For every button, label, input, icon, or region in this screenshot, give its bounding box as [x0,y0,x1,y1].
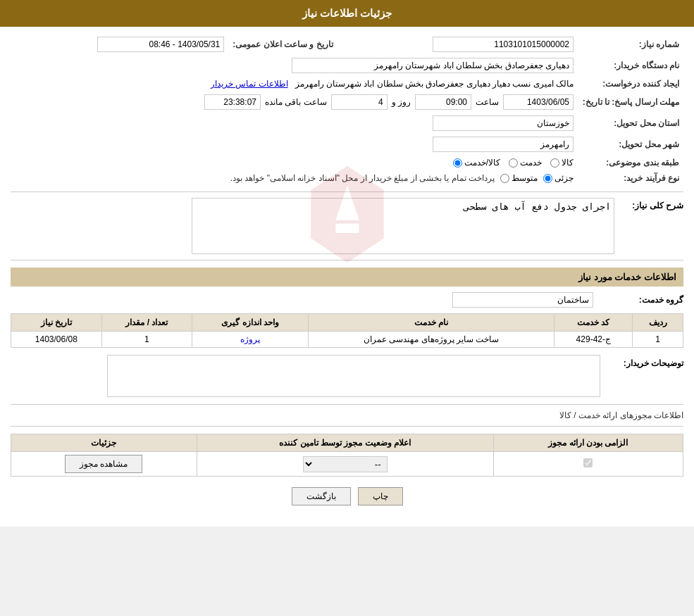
license-section-title: اطلاعات مجوزهای ارائه خدمت / کالا [11,410,683,420]
category-options: کالا خدمت کالا/خدمت [11,155,578,170]
purchase-jozii-radio[interactable] [543,174,552,183]
table-row: 1 ج-42-429 ساخت سایر پروژه‌های مهندسی عم… [11,332,683,348]
category-kala-radio[interactable] [550,158,559,168]
city-label: شهر محل تحویل: [578,134,683,155]
buyer-notes-section: توضیحات خریدار: [11,355,683,397]
contact-link[interactable]: اطلاعات تماس خریدار [211,79,288,89]
deadline-row: 1403/06/05 ساعت 09:00 روز و 4 ساعت باقی … [11,92,578,113]
deadline-time-field: 09:00 [415,94,471,110]
date-value: 1403/05/31 - 08:46 [11,34,228,55]
buyer-notes-label: توضیحات خریدار: [606,355,683,368]
divider-1 [11,191,683,192]
city-field: رامهرمز [433,137,574,152]
creator-text: مالک امیری نسب دهیار دهیاری جعفرصادق بخش… [295,79,574,89]
col-header-date: تاریخ نیاز [11,314,102,332]
purchase-jozii-label: جزئی [554,173,574,183]
deadline-remaining-field: 23:38:07 [204,94,261,110]
bottom-buttons: چاپ بازگشت [11,487,683,505]
col-header-unit: واحد اندازه گیری [192,314,309,332]
category-option-kala-khedmat[interactable]: کالا/خدمت [453,158,500,168]
print-button[interactable]: چاپ [358,487,403,505]
buyer-org-value: دهیاری جعفرصادق بخش سلطان اباد شهرستان ر… [11,55,578,76]
license-col-required: الزامی بودن ارائه مجوز [493,434,683,452]
deadline-date-field: 1403/06/05 [503,94,574,110]
buyer-org-field: دهیاری جعفرصادق بخش سلطان اباد شهرستان ر… [292,58,574,73]
city-value: رامهرمز [11,134,578,155]
view-license-button[interactable]: مشاهده مجوز [65,455,142,473]
creator-value: مالک امیری نسب دهیار دهیاری جعفرصادق بخش… [11,76,578,92]
need-number-field: 1103101015000002 [433,37,574,52]
province-label: استان محل تحویل: [578,113,683,134]
need-number-value: 1103101015000002 [337,34,578,55]
col-header-quantity: تعداد / مقدار [101,314,192,332]
divider-4 [11,426,683,427]
purchase-type-jozii[interactable]: جزئی [543,173,574,183]
general-desc-section: شرح کلی نیاز: اجرای جدول دفع آب های سطحی [11,198,683,254]
purchase-motavasset-label: متوسط [512,173,538,183]
page-wrapper: جزئیات اطلاعات نیاز شماره نیاز: 11031010… [0,0,694,527]
license-col-status: اعلام وضعیت مجوز توسط تامین کننده [197,434,493,452]
need-number-label: شماره نیاز: [578,34,683,55]
date-label: تاریخ و ساعت اعلان عمومی: [228,34,337,55]
divider-2 [11,260,683,260]
col-header-name: نام خدمت [308,314,554,332]
category-kala-label: کالا [562,158,574,168]
license-status-dropdown[interactable]: -- [303,456,388,472]
row-date: 1403/06/08 [11,332,102,348]
row-code: ج-42-429 [554,332,633,348]
row-quantity: 1 [101,332,192,348]
general-desc-label: شرح کلی نیاز: [620,198,683,210]
row-unit: پروژه [192,332,309,348]
services-table: ردیف کد خدمت نام خدمت واحد اندازه گیری ت… [11,313,683,348]
deadline-days-field: 4 [331,94,388,110]
row-number: 1 [633,332,683,348]
category-option-khedmat[interactable]: خدمت [509,158,542,168]
service-group-field: ساختمان [452,292,593,308]
deadline-remaining-label: ساعت باقی مانده [265,97,327,107]
category-khedmat-label: خدمت [520,158,542,168]
purchase-type-motavasset[interactable]: متوسط [500,173,538,183]
back-button[interactable]: بازگشت [292,487,351,505]
page-title: جزئیات اطلاعات نیاز [0,0,694,27]
license-col-details: جزئیات [11,434,197,452]
content-area: شماره نیاز: 1103101015000002 تاریخ و ساع… [0,27,694,513]
license-table-row: -- مشاهده مجوز [11,452,683,477]
purchase-type-label: نوع فرآیند خرید: [578,170,683,186]
deadline-days-label: روز و [392,97,411,107]
license-details-cell[interactable]: مشاهده مجوز [11,452,197,477]
deadline-time-label: ساعت [476,97,499,107]
general-desc-textarea[interactable]: اجرای جدول دفع آب های سطحی [192,198,614,254]
license-table: الزامی بودن ارائه مجوز اعلام وضعیت مجوز … [11,434,683,477]
deadline-label: مهلت ارسال پاسخ: تا تاریخ: [578,92,683,113]
category-khedmat-radio[interactable] [509,158,518,168]
category-kala-khedmat-label: کالا/خدمت [464,158,500,168]
buyer-notes-textarea[interactable] [107,355,600,397]
purchase-type-row: جزئی متوسط پرداخت تمام یا بخشی از مبلغ خ… [11,170,578,186]
date-field: 1403/05/31 - 08:46 [97,37,224,52]
category-kala-khedmat-radio[interactable] [453,158,462,168]
service-group-label: گروه خدمت: [599,295,683,305]
buyer-org-label: نام دستگاه خریدار: [578,55,683,76]
col-header-row: ردیف [633,314,683,332]
col-header-code: کد خدمت [554,314,633,332]
row-name: ساخت سایر پروژه‌های مهندسی عمران [308,332,554,348]
purchase-motavasset-radio[interactable] [500,174,509,183]
license-required-checkbox [493,452,683,477]
license-required-input[interactable] [583,458,593,467]
category-option-kala[interactable]: کالا [550,158,574,168]
province-value: خوزستان [11,113,578,134]
creator-label: ایجاد کننده درخواست: [578,76,683,92]
general-info-table: شماره نیاز: 1103101015000002 تاریخ و ساع… [11,34,683,186]
purchase-type-note: پرداخت تمام یا بخشی از مبلغ خریدار از مح… [230,173,495,183]
province-field: خوزستان [433,115,574,131]
license-status-select[interactable]: -- [197,452,493,477]
divider-3 [11,404,683,405]
services-section-header: اطلاعات خدمات مورد نیاز [11,268,683,287]
category-label: طبقه بندی موضوعی: [578,155,683,170]
